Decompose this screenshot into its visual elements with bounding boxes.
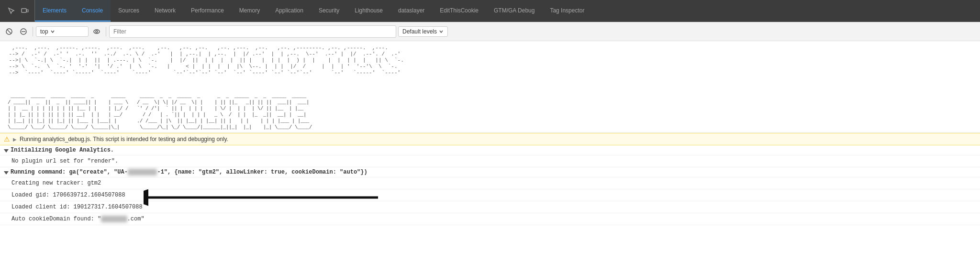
log-text-client-id: Loaded client id: 190127317.1604507088 [11,203,143,211]
log-levels-selector[interactable]: Default levels [398,26,448,37]
tab-elements[interactable]: Elements [35,0,74,22]
execution-context-selector[interactable]: top [36,26,89,37]
chevron-down-icon [50,29,55,34]
tab-tag-inspector[interactable]: Tag Inspector [542,0,592,22]
tab-gtm-ga-debug[interactable]: GTM/GA Debug [486,0,542,22]
svg-rect-1 [27,10,28,12]
tab-editthiscookie[interactable]: EditThisCookie [432,0,486,22]
tab-sources[interactable]: Sources [111,0,147,22]
log-entry-loaded-gid: Loaded gid: 1706639712.1604507088 [0,189,980,201]
log-entry-creating-tracker: Creating new tracker: gtm2 [0,177,980,189]
expand-arrow: ▶ [13,137,17,142]
inspect-element-icon[interactable] [6,5,17,17]
toolbar-divider-2 [106,27,106,36]
log-group-2-header[interactable]: Running command: ga("create", "UA-XXXXXX… [0,167,980,177]
collapse-triangle-2 [4,171,9,175]
group1-header-text: Initializing Google Analytics. [11,147,114,153]
log-entry-loaded-client-id: Loaded client id: 190127317.1604507088 [0,201,980,213]
tab-application[interactable]: Application [267,0,311,22]
tab-dataslayer[interactable]: dataslayer [390,0,432,22]
svg-line-3 [7,30,11,33]
devtools-icons [2,0,35,22]
console-filter-input[interactable] [109,25,396,38]
toolbar-divider-1 [33,27,33,36]
tab-memory[interactable]: Memory [232,0,267,22]
tab-lighthouse[interactable]: Lighthouse [347,0,390,22]
tab-performance[interactable]: Performance [183,0,232,22]
warning-row[interactable]: ⚠ ▶ Running analytics_debug.js. This scr… [0,133,980,145]
log-text-tracker: Creating new tracker: gtm2 [11,179,101,187]
device-toolbar-icon[interactable] [19,5,31,17]
collapse-triangle [4,149,9,153]
log-group-1-header[interactable]: Initializing Google Analytics. [0,145,980,155]
console-output: ,---. ,---. ,-----. ,----. ,---. ,---. ,… [0,41,980,274]
tab-security[interactable]: Security [311,0,347,22]
chevron-down-icon [439,29,444,34]
svg-point-6 [94,30,100,33]
log-text: No plugin url set for "render". [11,157,118,165]
log-text-cookie: Auto cookieDomain found: "XXXXXXX.com" [11,215,145,223]
console-toolbar: top Default levels [0,22,980,41]
ga-ascii-art: ,---. ,---. ,-----. ,----. ,---. ,---. ,… [0,41,980,84]
warning-icon: ⚠ [4,135,10,143]
tab-bar: Elements Console Sources Network Perform… [0,0,980,22]
block-icon-button[interactable] [17,25,30,38]
log-entry-cookie-domain: Auto cookieDomain found: "XXXXXXX.com" [0,213,980,225]
ascii-art-ga: _____ _____ _____ _____ _ _____ _____ _ … [0,84,980,133]
eye-icon-button[interactable] [90,25,103,38]
log-text-gid: Loaded gid: 1706639712.1604507088 [11,191,125,199]
tab-network[interactable]: Network [147,0,183,22]
tab-console[interactable]: Console [74,0,111,22]
ascii-art-display: ,---. ,---. ,-----. ,----. ,---. ,---. ,… [6,45,974,82]
log-entry-no-plugin: No plugin url set for "render". [0,155,980,167]
clear-console-button[interactable] [3,25,15,38]
warning-text: Running analytics_debug.js. This script … [20,136,228,142]
svg-point-7 [96,31,98,33]
group2-header-text: Running command: ga("create", "UA-XXXXXX… [11,169,368,175]
svg-rect-0 [22,9,26,12]
